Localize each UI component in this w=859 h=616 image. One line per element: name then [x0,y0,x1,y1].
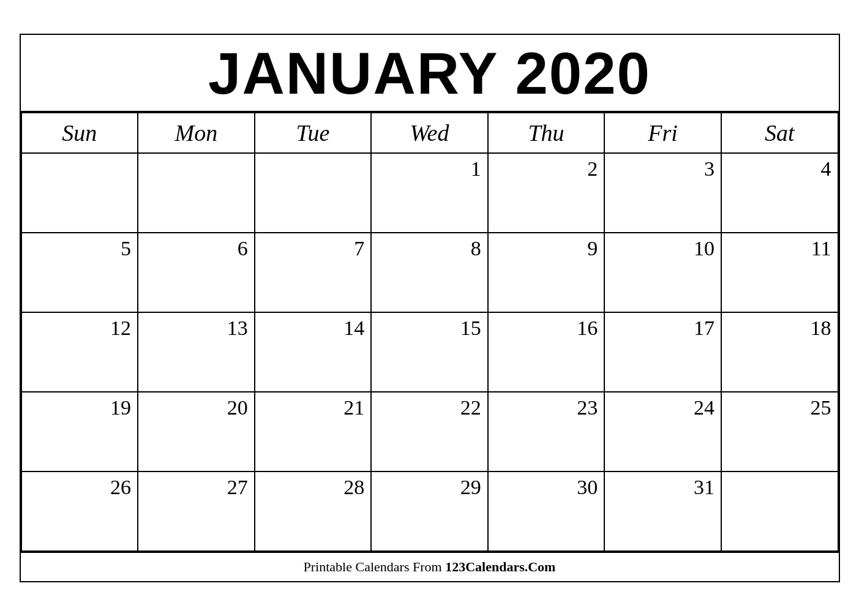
day-number: 26 [24,476,132,499]
weekday-header-row: SunMonTueWedThuFriSat [21,113,838,153]
weekday-header-tue: Tue [255,113,372,153]
calendar-cell: 26 [21,471,138,551]
calendar-cell [721,471,838,551]
week-row-3: 12131415161718 [21,312,838,392]
day-number: 2 [491,157,598,181]
day-number: 23 [491,396,598,419]
calendar-cell: 31 [604,471,721,551]
calendar-cell: 18 [721,312,838,392]
calendar-container: JANUARY 2020 SunMonTueWedThuFriSat 12345… [20,34,840,582]
weekday-header-fri: Fri [604,113,721,153]
calendar-cell: 8 [371,233,488,312]
day-number: 13 [141,317,248,340]
calendar-cell: 28 [255,471,372,551]
calendar-cell: 13 [138,312,255,392]
calendar-cell: 24 [604,392,721,471]
footer-text: Printable Calendars From [304,559,446,574]
week-row-1: 1234 [21,153,838,233]
calendar-cell: 4 [721,153,838,233]
day-number: 27 [141,476,248,499]
day-number: 8 [374,237,481,260]
day-number: 29 [374,476,481,499]
day-number: 30 [491,476,598,499]
calendar-cell: 5 [21,233,138,312]
calendar-cell [255,153,372,233]
calendar-cell: 30 [488,471,605,551]
calendar-cell: 3 [604,153,721,233]
weekday-header-sun: Sun [21,113,138,153]
calendar-cell: 27 [138,471,255,551]
day-number: 25 [724,396,831,419]
calendar-cell: 7 [255,233,372,312]
day-number: 14 [258,317,365,340]
calendar-cell: 25 [721,392,838,471]
weekday-header-mon: Mon [138,113,255,153]
weekday-header-thu: Thu [488,113,605,153]
calendar-cell: 11 [721,233,838,312]
calendar-cell: 10 [604,233,721,312]
calendar-cell: 19 [21,392,138,471]
calendar-cell: 23 [488,392,605,471]
week-row-2: 567891011 [21,233,838,312]
day-number: 19 [24,396,132,419]
calendar-cell: 15 [371,312,488,392]
day-number: 31 [607,476,715,499]
calendar-cell: 29 [371,471,488,551]
day-number: 11 [724,237,831,260]
calendar-cell: 14 [255,312,372,392]
day-number: 20 [141,396,248,419]
day-number: 9 [491,237,598,260]
day-number: 21 [258,396,365,419]
day-number: 18 [724,317,831,340]
day-number: 17 [607,317,715,340]
day-number: 4 [724,157,831,181]
weekday-header-wed: Wed [371,113,488,153]
calendar-cell: 22 [371,392,488,471]
weekday-header-sat: Sat [721,113,838,153]
calendar-cell: 17 [604,312,721,392]
calendar-cell [138,153,255,233]
week-row-5: 262728293031 [21,471,838,551]
calendar-cell: 12 [21,312,138,392]
calendar-cell: 20 [138,392,255,471]
calendar-cell [21,153,138,233]
day-number: 22 [374,396,481,419]
calendar-footer: Printable Calendars From 123Calendars.Co… [21,552,839,581]
day-number: 24 [607,396,715,419]
calendar-grid: SunMonTueWedThuFriSat 123456789101112131… [21,112,839,552]
calendar-cell: 6 [138,233,255,312]
day-number: 10 [607,237,715,260]
calendar-title: JANUARY 2020 [21,35,839,112]
calendar-cell: 9 [488,233,605,312]
day-number: 7 [258,237,365,260]
day-number: 28 [258,476,365,499]
day-number: 3 [607,157,715,181]
calendar-cell: 16 [488,312,605,392]
calendar-cell: 21 [255,392,372,471]
day-number: 1 [374,157,481,181]
day-number: 5 [24,237,132,260]
day-number: 16 [491,317,598,340]
footer-link: 123Calendars.Com [445,559,555,574]
calendar-cell: 2 [488,153,605,233]
calendar-cell: 1 [371,153,488,233]
day-number: 12 [24,317,132,340]
day-number: 6 [141,237,248,260]
day-number: 15 [374,317,481,340]
week-row-4: 19202122232425 [21,392,838,471]
